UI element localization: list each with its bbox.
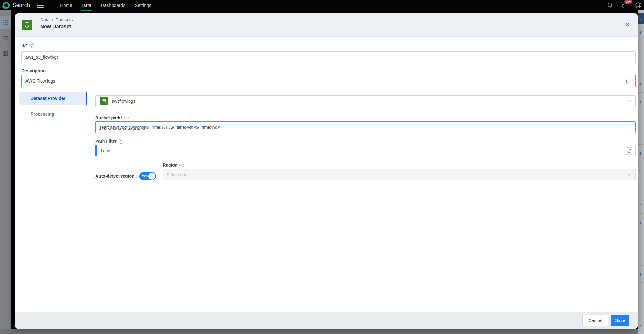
background-table-row-sliver: e: [638, 58, 644, 75]
nav-divider: [49, 2, 49, 8]
notifications-bell-icon[interactable]: [607, 2, 613, 8]
breadcrumb-data[interactable]: Data: [40, 17, 50, 22]
hamburger-menu-icon[interactable]: [37, 2, 44, 9]
region-label: Region?: [163, 162, 184, 167]
background-table-row-sliver: e: [638, 248, 644, 266]
nav-tab-data[interactable]: Data: [77, 0, 96, 10]
bucket-path-label: Bucket path*?: [95, 115, 129, 120]
description-label: Description: [21, 68, 46, 73]
bucket-path-input[interactable]: searchawsvpcflows/cribl/${_time:%Y}/${_t…: [95, 121, 636, 133]
sidebar-item-add-dataset[interactable]: [0, 47, 11, 60]
tabs-divider: [87, 92, 87, 183]
region-select[interactable]: Select one: [163, 169, 636, 180]
background-table-row-sliver: e: [638, 93, 644, 110]
background-divider: [247, 329, 247, 334]
s3-bucket-icon: [22, 20, 32, 30]
help-icon[interactable]: ?: [119, 139, 123, 144]
product-name: Search: [13, 2, 30, 8]
help-icon[interactable]: ?: [29, 43, 34, 48]
background-table-row-sliver: e: [638, 231, 644, 248]
id-input[interactable]: aws_s3_flowlogs: [21, 51, 636, 63]
expand-editor-icon[interactable]: [626, 147, 633, 155]
cribl-logo-icon[interactable]: [3, 2, 10, 9]
top-navigation-bar: Search Home Data Dashboards Settings 99+: [0, 0, 644, 10]
help-icon[interactable]: ?: [124, 116, 129, 120]
nav-tab-dashboards[interactable]: Dashboards: [96, 0, 130, 10]
modal-header: Data›Datasets New Dataset ✕: [15, 13, 638, 37]
save-button[interactable]: Save: [611, 315, 629, 326]
usage-branch-icon[interactable]: 99+: [621, 2, 627, 8]
background-table-row-sliver: e: [638, 266, 644, 283]
background-table-header-sliver: e: [638, 13, 644, 24]
background-table-row-sliver: e: [638, 317, 644, 334]
provider-select[interactable]: awsflowlogs: [95, 95, 636, 107]
background-table-row-sliver: e: [638, 75, 644, 93]
path-filter-label: Path Filter?: [95, 139, 123, 144]
background-table-row-sliver: e: [638, 179, 644, 196]
modal-footer: Cancel Save: [15, 312, 638, 329]
background-table-edge: e eeeeeeeeeeeeeeeeee: [638, 10, 644, 334]
path-filter-input[interactable]: true: [95, 145, 636, 156]
help-ring-icon[interactable]: [635, 2, 641, 8]
cancel-button[interactable]: Cancel: [582, 315, 608, 326]
background-table-row-sliver: e: [638, 162, 644, 179]
background-table-row-sliver: e: [638, 300, 644, 317]
text-cursor: [220, 125, 220, 130]
nav-tab-home[interactable]: Home: [55, 0, 77, 10]
servers-icon: [3, 36, 9, 42]
help-icon[interactable]: ?: [179, 163, 184, 167]
background-table-row-sliver: e: [638, 41, 644, 58]
chevron-down-icon: [627, 173, 631, 176]
background-table-row-sliver: e: [638, 110, 644, 127]
sidebar-item-providers[interactable]: [0, 32, 11, 45]
left-sidebar: [0, 10, 11, 334]
toggle-knob: [148, 173, 155, 180]
background-table-row-sliver: e: [638, 145, 644, 162]
new-dataset-modal: Data›Datasets New Dataset ✕ ID*? aws_s3_…: [15, 13, 638, 329]
nav-tab-settings[interactable]: Settings: [130, 0, 156, 10]
sidebar-item-datasets[interactable]: [0, 16, 11, 29]
modal-title: New Dataset: [40, 24, 71, 30]
table-add-icon: [3, 50, 9, 57]
breadcrumb: Data›Datasets: [40, 17, 73, 22]
tab-processing[interactable]: Processing: [19, 108, 87, 120]
auto-detect-region-toggle[interactable]: Yes: [139, 172, 156, 180]
description-input[interactable]: AWS Flow logs: [21, 75, 636, 87]
breadcrumb-datasets[interactable]: Datasets: [55, 17, 73, 22]
background-table-row-sliver: e: [638, 127, 644, 145]
background-table-row-sliver: e: [638, 283, 644, 300]
auto-detect-region-label: Auto-detect region?: [95, 172, 141, 180]
chevron-down-icon: [627, 100, 631, 102]
s3-bucket-icon: [100, 97, 108, 105]
background-sidebar-sliver: [0, 329, 18, 334]
background-table-row-sliver: e: [638, 196, 644, 214]
background-bottom-sliver: [0, 329, 638, 334]
grid-icon: [3, 19, 9, 26]
background-table-row-sliver: e: [638, 214, 644, 231]
background-table-row-sliver: e: [638, 24, 644, 41]
copy-icon[interactable]: [626, 79, 631, 84]
close-icon[interactable]: ✕: [625, 21, 630, 28]
tab-dataset-provider[interactable]: Dataset Provider: [19, 92, 87, 105]
notification-count-badge: 99+: [624, 0, 632, 4]
id-label: ID*?: [21, 43, 34, 48]
